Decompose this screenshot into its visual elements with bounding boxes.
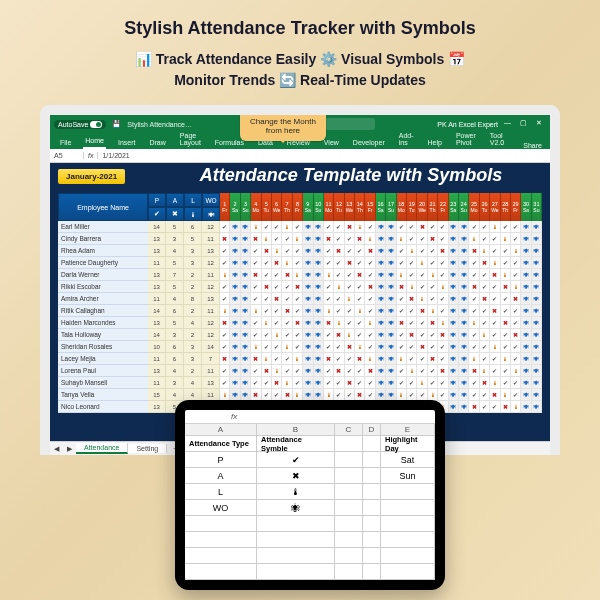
- attendance-cell[interactable]: 🕷: [241, 233, 251, 245]
- attendance-cell[interactable]: ✖: [262, 365, 272, 377]
- attendance-symbol-cell[interactable]: [257, 516, 335, 531]
- attendance-cell[interactable]: 🌡: [511, 281, 521, 293]
- attendance-cell[interactable]: ✖: [345, 257, 355, 269]
- attendance-cell[interactable]: 🕷: [230, 269, 240, 281]
- attendance-cell[interactable]: 🌡: [324, 305, 334, 317]
- employee-name[interactable]: Patience Daugherty: [58, 257, 148, 269]
- attendance-cell[interactable]: 🕷: [230, 293, 240, 305]
- attendance-cell[interactable]: 🕷: [521, 245, 531, 257]
- attendance-cell[interactable]: ✔: [251, 245, 261, 257]
- summary-cell[interactable]: 12: [202, 329, 220, 341]
- attendance-cell[interactable]: ✔: [438, 341, 448, 353]
- sheet-nav-prev[interactable]: ◀: [50, 445, 63, 453]
- attendance-cell[interactable]: ✔: [282, 329, 292, 341]
- attendance-cell[interactable]: ✖: [251, 353, 261, 365]
- highlight-day-cell[interactable]: [381, 532, 435, 547]
- attendance-cell[interactable]: ✔: [365, 341, 375, 353]
- attendance-cell[interactable]: ✔: [480, 269, 490, 281]
- sheet-tab-attendance[interactable]: Attendance: [76, 443, 128, 454]
- attendance-cell[interactable]: ✔: [251, 281, 261, 293]
- attendance-cell[interactable]: 🌡: [282, 221, 292, 233]
- attendance-cell[interactable]: 🕷: [449, 281, 459, 293]
- attendance-cell[interactable]: ✔: [407, 341, 417, 353]
- attendance-cell[interactable]: ✔: [324, 365, 334, 377]
- attendance-cell[interactable]: ✖: [469, 245, 479, 257]
- attendance-cell[interactable]: ✖: [334, 365, 344, 377]
- attendance-cell[interactable]: 🌡: [397, 233, 407, 245]
- attendance-cell[interactable]: 🕷: [230, 221, 240, 233]
- attendance-type-cell[interactable]: [185, 516, 257, 531]
- attendance-cell[interactable]: ✖: [324, 233, 334, 245]
- summary-cell[interactable]: 14: [148, 305, 166, 317]
- attendance-cell[interactable]: ✔: [355, 317, 365, 329]
- summary-cell[interactable]: 6: [166, 341, 184, 353]
- attendance-cell[interactable]: ✔: [220, 365, 230, 377]
- attendance-cell[interactable]: ✔: [293, 221, 303, 233]
- attendance-cell[interactable]: ✔: [511, 269, 521, 281]
- attendance-cell[interactable]: 🕷: [521, 377, 531, 389]
- summary-cell[interactable]: 11: [148, 377, 166, 389]
- attendance-cell[interactable]: ✔: [438, 233, 448, 245]
- attendance-cell[interactable]: 🌡: [397, 269, 407, 281]
- attendance-cell[interactable]: ✔: [490, 353, 500, 365]
- attendance-cell[interactable]: 🕷: [376, 257, 386, 269]
- attendance-cell[interactable]: 🕷: [386, 281, 396, 293]
- attendance-cell[interactable]: 🕷: [314, 293, 324, 305]
- employee-name[interactable]: Tala Holloway: [58, 329, 148, 341]
- summary-cell[interactable]: 14: [202, 341, 220, 353]
- sheet-tab-setting[interactable]: Setting: [128, 444, 167, 453]
- attendance-cell[interactable]: 🌡: [490, 341, 500, 353]
- attendance-cell[interactable]: 🕷: [521, 305, 531, 317]
- attendance-cell[interactable]: ✔: [220, 257, 230, 269]
- attendance-cell[interactable]: ✖: [334, 329, 344, 341]
- account-name[interactable]: PK An Excel Expert: [437, 121, 498, 128]
- close-button[interactable]: ✕: [536, 119, 546, 129]
- attendance-symbol-cell[interactable]: 🕷: [257, 500, 335, 515]
- empty-cell[interactable]: [335, 564, 363, 579]
- summary-cell[interactable]: 4: [166, 389, 184, 401]
- attendance-cell[interactable]: 🕷: [241, 317, 251, 329]
- highlight-day-cell[interactable]: Sun: [381, 468, 435, 483]
- attendance-cell[interactable]: 🕷: [459, 341, 469, 353]
- empty-cell[interactable]: [363, 532, 381, 547]
- attendance-cell[interactable]: 🌡: [365, 317, 375, 329]
- summary-cell[interactable]: 13: [148, 245, 166, 257]
- attendance-cell[interactable]: 🌡: [282, 341, 292, 353]
- attendance-cell[interactable]: ✔: [334, 341, 344, 353]
- sheet-nav-next[interactable]: ▶: [63, 445, 76, 453]
- attendance-cell[interactable]: ✖: [428, 317, 438, 329]
- attendance-cell[interactable]: 🕷: [521, 257, 531, 269]
- attendance-cell[interactable]: ✔: [251, 377, 261, 389]
- attendance-cell[interactable]: ✔: [251, 293, 261, 305]
- attendance-cell[interactable]: 🌡: [220, 269, 230, 281]
- employee-name[interactable]: Haiden Marcondes: [58, 317, 148, 329]
- summary-cell[interactable]: 5: [166, 221, 184, 233]
- attendance-cell[interactable]: 🕷: [303, 233, 313, 245]
- attendance-cell[interactable]: 🕷: [459, 245, 469, 257]
- summary-cell[interactable]: 5: [166, 257, 184, 269]
- summary-cell[interactable]: 8: [184, 293, 202, 305]
- attendance-cell[interactable]: ✔: [345, 233, 355, 245]
- attendance-cell[interactable]: ✖: [480, 257, 490, 269]
- attendance-cell[interactable]: 🌡: [262, 233, 272, 245]
- employee-name[interactable]: Rikki Escobar: [58, 281, 148, 293]
- attendance-cell[interactable]: ✔: [355, 281, 365, 293]
- attendance-cell[interactable]: ✔: [345, 269, 355, 281]
- attendance-cell[interactable]: 🕷: [303, 353, 313, 365]
- save-icon[interactable]: 💾: [112, 120, 121, 128]
- attendance-cell[interactable]: 🕷: [449, 377, 459, 389]
- attendance-cell[interactable]: ✔: [417, 245, 427, 257]
- empty-cell[interactable]: [363, 484, 381, 499]
- empty-cell[interactable]: [363, 564, 381, 579]
- attendance-cell[interactable]: 🕷: [459, 293, 469, 305]
- attendance-cell[interactable]: 🕷: [449, 293, 459, 305]
- attendance-cell[interactable]: 🕷: [532, 389, 542, 401]
- attendance-cell[interactable]: ✔: [511, 341, 521, 353]
- attendance-cell[interactable]: ✔: [262, 305, 272, 317]
- attendance-cell[interactable]: 🕷: [449, 305, 459, 317]
- attendance-cell[interactable]: 🌡: [511, 245, 521, 257]
- attendance-cell[interactable]: ✔: [334, 269, 344, 281]
- attendance-cell[interactable]: 🌡: [220, 305, 230, 317]
- attendance-cell[interactable]: ✔: [262, 293, 272, 305]
- attendance-cell[interactable]: ✔: [293, 365, 303, 377]
